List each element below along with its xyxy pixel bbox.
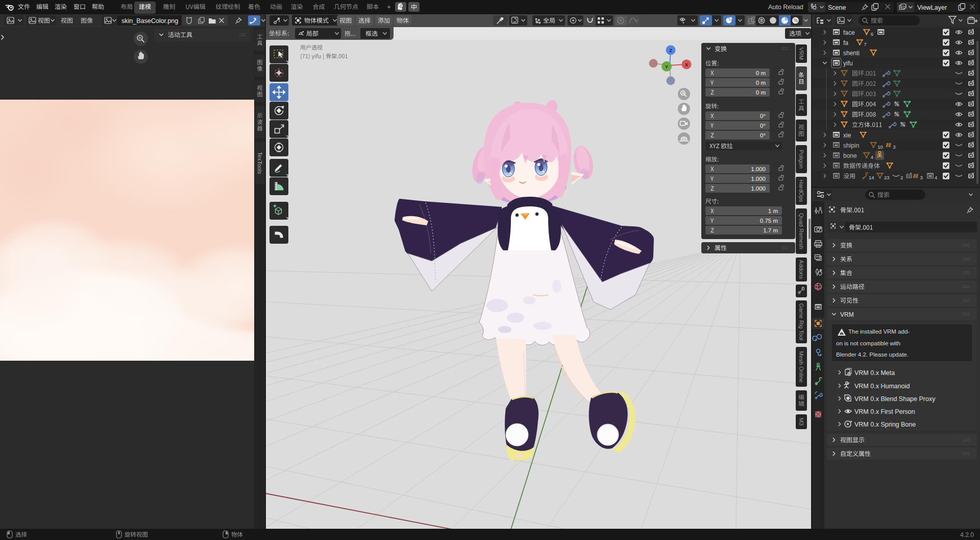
svg-text:face: face <box>843 29 855 36</box>
svg-text:shipin: shipin <box>843 142 859 149</box>
svg-text:ViewLayer: ViewLayer <box>917 4 947 11</box>
svg-text:fa: fa <box>843 39 848 46</box>
svg-text:0°: 0° <box>760 132 766 138</box>
svg-text:VRM 0.x Spring Bone: VRM 0.x Spring Bone <box>854 421 916 428</box>
svg-text:0°: 0° <box>760 123 766 129</box>
svg-text:Addons: Addons <box>798 260 804 279</box>
svg-text:3: 3 <box>893 144 895 150</box>
svg-text:6: 6 <box>871 31 873 37</box>
svg-text:HardOps: HardOps <box>798 179 804 202</box>
svg-text:1.7 m: 1.7 m <box>763 227 778 233</box>
svg-text:0°: 0° <box>760 113 766 119</box>
svg-text:4.2.0: 4.2.0 <box>960 531 974 538</box>
svg-text:7: 7 <box>864 41 866 47</box>
svg-text:VRM: VRM <box>798 48 804 60</box>
svg-text:skin_BaseColor.png: skin_BaseColor.png <box>121 17 178 25</box>
svg-text:The installed VRM add-: The installed VRM add- <box>848 328 910 335</box>
svg-text:VRM 0.x First Person: VRM 0.x First Person <box>854 408 915 415</box>
svg-text:10: 10 <box>877 144 883 150</box>
svg-text:23: 23 <box>884 175 890 180</box>
svg-text:VRM: VRM <box>840 311 854 318</box>
svg-text:2: 2 <box>900 175 903 180</box>
svg-text:14: 14 <box>869 175 874 180</box>
svg-text:Quad Remesh: Quad Remesh <box>798 213 804 249</box>
svg-text:VRM 0.x Blend Shape Proxy: VRM 0.x Blend Shape Proxy <box>854 395 936 403</box>
svg-text:TexTools: TexTools <box>257 152 263 174</box>
svg-text:4: 4 <box>871 154 873 160</box>
svg-text:Game Rig Tool: Game Rig Tool <box>798 303 804 341</box>
svg-text:0 m: 0 m <box>756 80 766 86</box>
svg-text:4: 4 <box>935 175 937 180</box>
svg-text:0 m: 0 m <box>756 89 766 96</box>
svg-text:X: X <box>685 62 688 67</box>
svg-text:shenti: shenti <box>843 50 860 57</box>
svg-text:Blender 4.2. Please update.: Blender 4.2. Please update. <box>836 351 909 358</box>
svg-text:xie: xie <box>843 132 851 139</box>
svg-text:1 m: 1 m <box>768 208 778 214</box>
svg-text:bone: bone <box>843 152 857 159</box>
svg-text:1.000: 1.000 <box>751 185 766 192</box>
svg-text:0 m: 0 m <box>756 70 766 76</box>
svg-text:Mesh Online: Mesh Online <box>798 351 804 383</box>
svg-text:Poligon: Poligon <box>798 150 804 169</box>
svg-text:M3: M3 <box>798 418 804 426</box>
svg-text:yifu: yifu <box>843 60 853 67</box>
svg-text:VRM 0.x Meta: VRM 0.x Meta <box>854 369 895 377</box>
svg-text:on is not compatible with: on is not compatible with <box>836 340 900 346</box>
svg-text:Scene: Scene <box>828 4 846 11</box>
svg-text:Auto Reload: Auto Reload <box>768 4 803 11</box>
svg-text:3: 3 <box>920 175 923 180</box>
svg-text:1.000: 1.000 <box>751 166 766 172</box>
svg-text:VRM 0.x Humanoid: VRM 0.x Humanoid <box>854 383 910 390</box>
svg-text:1.000: 1.000 <box>751 176 766 182</box>
svg-text:Z: Z <box>669 48 672 53</box>
svg-text:Y: Y <box>665 64 668 69</box>
svg-text:0.75 m: 0.75 m <box>760 218 778 224</box>
